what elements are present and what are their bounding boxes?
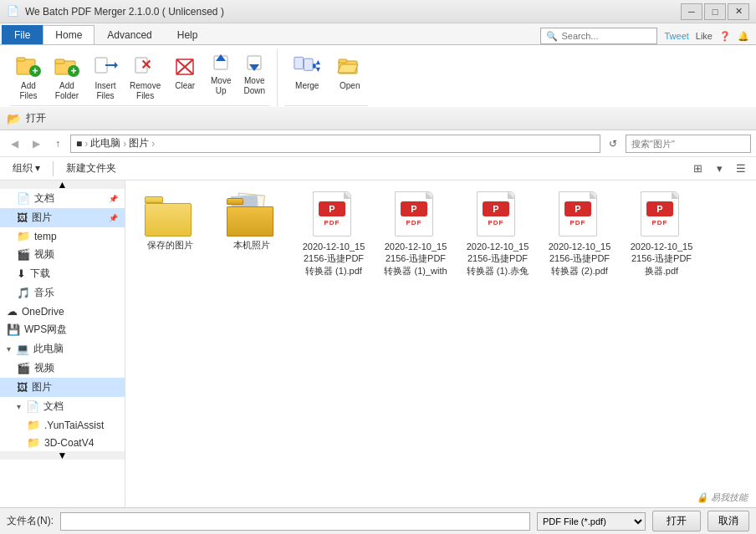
sidebar-item-temp[interactable]: 📁 temp: [0, 227, 125, 245]
minimize-button[interactable]: ─: [681, 3, 702, 20]
file-name: 本机照片: [233, 239, 270, 251]
like-button[interactable]: Like: [696, 31, 713, 41]
merge-icon: [294, 53, 320, 79]
actions-buttons: Merge Open: [284, 48, 368, 105]
documents-icon: 📄: [17, 192, 30, 205]
sidebar-item-label: 此电脑: [33, 342, 64, 356]
cancel-dialog-button[interactable]: 取消: [707, 511, 749, 531]
tweet-button[interactable]: Tweet: [664, 31, 688, 41]
up-button[interactable]: ↑: [49, 135, 67, 153]
dialog-title: 打开: [26, 111, 46, 125]
sidebar-item-pc-pictures[interactable]: 🖼 图片: [0, 378, 125, 397]
filename-label: 文件名(N):: [7, 514, 54, 528]
svg-rect-24: [313, 64, 316, 68]
file-item-benju[interactable]: 本机照片: [214, 187, 289, 282]
view-dropdown[interactable]: ▾: [709, 160, 729, 178]
sidebar-item-videos[interactable]: 🎬 视频: [0, 245, 125, 264]
sidebar-item-label: OneDrive: [22, 306, 64, 318]
insert-files-button[interactable]: Insert Files: [87, 48, 124, 105]
sidebar-item-pictures-top[interactable]: 🖼 图片 📌: [0, 208, 125, 227]
sidebar-item-label: .YunTaiAssist: [44, 420, 104, 431]
file-item-pdf1[interactable]: P PDF 2020-12-10_152156-迅捷PDF转换器 (1).pdf: [296, 187, 371, 282]
back-button[interactable]: ◀: [5, 135, 23, 153]
bottom-bar: 文件名(N): PDF File (*.pdf) 打开 取消: [0, 507, 756, 534]
help-icon[interactable]: ❓: [719, 31, 731, 42]
sidebar-item-pc-documents[interactable]: ▾ 📄 文档: [0, 397, 125, 416]
search-box[interactable]: 🔍: [540, 28, 657, 44]
file-name: 2020-12-10_152156-迅捷PDF换器.pdf: [628, 241, 695, 277]
organize-button[interactable]: 组织 ▾: [5, 159, 48, 178]
sidebar-item-label: 视频: [34, 247, 54, 262]
add-files-button[interactable]: + Add Files: [10, 48, 47, 105]
open-button[interactable]: Open: [331, 48, 368, 105]
pc-videos-icon: 🎬: [17, 362, 30, 374]
sidebar-item-documents[interactable]: 📄 文档 📌: [0, 189, 125, 208]
maximize-button[interactable]: □: [704, 3, 726, 20]
nav-path-part2: 图片: [129, 136, 149, 150]
sidebar-item-label: 图片: [32, 380, 52, 394]
refresh-button[interactable]: ↺: [604, 135, 622, 153]
tab-file[interactable]: File: [2, 25, 43, 44]
pin-icon: 📌: [109, 195, 118, 203]
nav-path-part1: 此电脑: [90, 136, 120, 150]
yuntai-icon: 📁: [27, 419, 40, 431]
remove-files-button[interactable]: ✕ Remove Files: [125, 48, 165, 105]
tab-advanced[interactable]: Advanced: [94, 25, 164, 44]
file-item-pdf3[interactable]: P PDF 2020-12-10_152156-迅捷PDF转换器 (1).赤兔P…: [460, 187, 535, 282]
sidebar-item-thispc[interactable]: ▾ 💻 此电脑: [0, 339, 125, 359]
sidebar-item-music[interactable]: 🎵 音乐: [0, 283, 125, 303]
filename-input[interactable]: [60, 512, 530, 531]
nav-search-input[interactable]: [626, 135, 751, 153]
move-up-button[interactable]: Move Up: [205, 48, 237, 105]
open-dialog-button[interactable]: 打开: [652, 511, 701, 531]
svg-rect-21: [304, 58, 314, 70]
clear-icon: [171, 53, 198, 79]
add-folder-button[interactable]: + Add Folder: [49, 48, 85, 105]
file-item-pdf2[interactable]: P PDF 2020-12-10_152156-迅捷PDF转换器 (1)_wit…: [378, 187, 453, 282]
clear-button[interactable]: Clear: [166, 48, 203, 105]
file-name: 2020-12-10_152156-迅捷PDF转换器 (1).pdf: [300, 241, 367, 277]
filetype-select[interactable]: PDF File (*.pdf): [537, 512, 646, 531]
remove-files-label: Remove Files: [130, 81, 161, 101]
sidebar-item-onedrive[interactable]: ☁ OneDrive: [0, 303, 125, 320]
sidebar-item-label: WPS网盘: [24, 323, 67, 337]
forward-button[interactable]: ▶: [27, 135, 45, 153]
pc-docs-expand-icon: ▾: [17, 402, 21, 411]
view-large-icons[interactable]: ⊞: [687, 160, 707, 178]
settings-icon[interactable]: 🔔: [738, 31, 749, 42]
videos-icon: 🎬: [17, 248, 30, 261]
svg-text:+: +: [70, 65, 76, 77]
new-folder-button[interactable]: 新建文件夹: [59, 159, 124, 178]
dialog-icon: 📂: [7, 112, 21, 125]
social-buttons: Tweet Like ❓ 🔔: [664, 31, 749, 42]
view-details[interactable]: ☰: [731, 160, 751, 178]
svg-rect-26: [339, 59, 347, 63]
file-item-pdf4[interactable]: P PDF 2020-12-10_152156-迅捷PDF转换器 (2).pdf: [542, 187, 617, 282]
title-bar: 📄 We Batch PDF Merger 2.1.0.0 ( Unlicens…: [0, 0, 756, 23]
sidebar-item-wps[interactable]: 💾 WPS网盘: [0, 320, 125, 339]
svg-text:✕: ✕: [140, 58, 151, 72]
sidebar-scroll-down[interactable]: ▼: [0, 451, 125, 460]
nav-path[interactable]: ■ › 此电脑 › 图片 ›: [70, 135, 600, 153]
sidebar-scroll-up[interactable]: ▲: [0, 181, 125, 189]
sidebar-item-pc-videos[interactable]: 🎬 视频: [0, 359, 125, 378]
file-name: 保存的图片: [147, 239, 193, 251]
tab-home[interactable]: Home: [43, 25, 94, 44]
merge-button[interactable]: Merge: [284, 48, 329, 105]
sidebar-item-label: 音乐: [34, 286, 54, 300]
file-name: 2020-12-10_152156-迅捷PDF转换器 (2).pdf: [546, 241, 613, 277]
move-down-button[interactable]: Move Down: [238, 48, 270, 105]
tab-help[interactable]: Help: [165, 25, 211, 44]
onedrive-icon: ☁: [7, 305, 18, 318]
svg-rect-5: [55, 59, 64, 64]
search-input[interactable]: [561, 31, 645, 41]
temp-icon: 📁: [17, 230, 30, 242]
file-item-pdf5[interactable]: P PDF 2020-12-10_152156-迅捷PDF换器.pdf: [624, 187, 699, 282]
close-button[interactable]: ✕: [728, 3, 749, 20]
svg-marker-27: [338, 64, 358, 73]
sidebar-item-3dcoat[interactable]: 📁 3D-CoatV4: [0, 434, 125, 451]
sidebar-item-yuntai[interactable]: 📁 .YunTaiAssist: [0, 416, 125, 434]
file-item-baocun[interactable]: 保存的图片: [132, 187, 207, 282]
app-title: We Batch PDF Merger 2.1.0.0 ( Unlicensed…: [25, 6, 681, 18]
sidebar-item-downloads[interactable]: ⬇ 下载: [0, 264, 125, 283]
